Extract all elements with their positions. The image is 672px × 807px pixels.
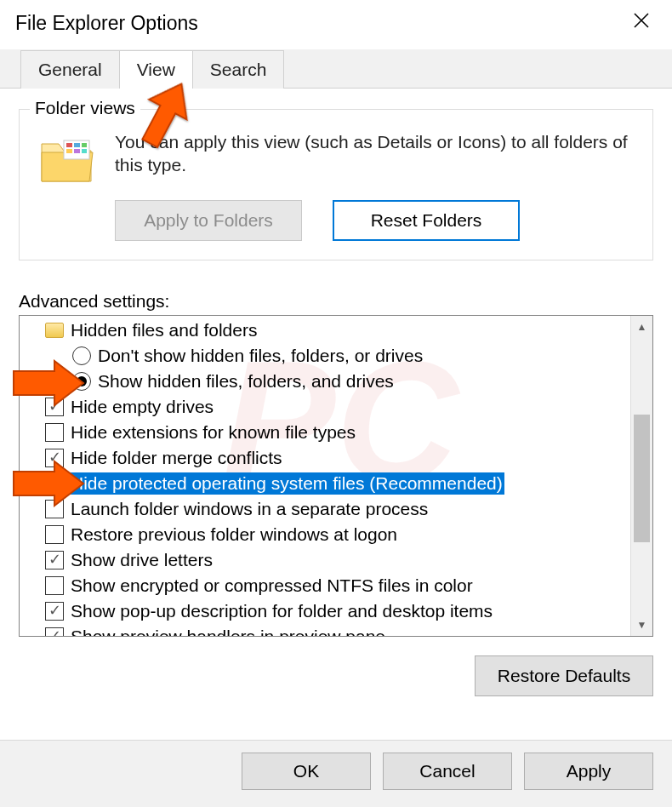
tab-search[interactable]: Search [192, 50, 285, 89]
list-item[interactable]: Hidden files and folders [25, 318, 630, 343]
list-item[interactable]: Show pop-up description for folder and d… [25, 598, 630, 624]
checkbox-control[interactable] [45, 500, 64, 518]
ok-button[interactable]: OK [242, 753, 371, 790]
close-icon[interactable] [626, 9, 657, 37]
dialog-buttons: OK Cancel Apply [0, 740, 672, 807]
apply-to-folders-label: Apply to Folders [144, 210, 273, 231]
list-content[interactable]: Hidden files and foldersDon't show hidde… [20, 316, 630, 636]
checkbox-control[interactable] [45, 602, 64, 621]
scroll-up-icon[interactable]: ▲ [631, 316, 652, 338]
list-item-label: Don't show hidden files, folders, or dri… [96, 345, 424, 367]
list-item-label: Show pop-up description for folder and d… [69, 600, 494, 622]
list-item-label: Restore previous folder windows at logon [69, 524, 399, 546]
svg-rect-4 [66, 149, 72, 153]
cancel-button[interactable]: Cancel [383, 753, 512, 790]
checkbox-control[interactable] [45, 576, 64, 595]
list-item-label: Launch folder windows in a separate proc… [69, 498, 430, 520]
scroll-thumb[interactable] [634, 415, 650, 542]
list-item[interactable]: Don't show hidden files, folders, or dri… [25, 343, 630, 369]
list-item-label: Show encrypted or compressed NTFS files … [69, 575, 475, 597]
folder-views-description: You can apply this view (such as Details… [115, 130, 634, 177]
scrollbar[interactable]: ▲ ▼ [630, 316, 652, 636]
svg-rect-1 [66, 143, 72, 147]
checkbox-control[interactable] [45, 449, 64, 467]
list-item[interactable]: Show encrypted or compressed NTFS files … [25, 573, 630, 598]
folder-views-buttons: Apply to Folders Reset Folders [115, 200, 634, 241]
list-item[interactable]: Hide empty drives [25, 394, 630, 420]
checkbox-control[interactable] [45, 525, 64, 544]
tab-body: Folder views You can apply this view (su… [0, 89, 672, 707]
list-item-label: Hide empty drives [69, 396, 215, 418]
tab-search-label: Search [210, 60, 267, 79]
svg-rect-2 [74, 143, 80, 147]
restore-defaults-label: Restore Defaults [498, 666, 630, 686]
list-item-label: Hide folder merge conflicts [69, 447, 284, 469]
folder-views-group: Folder views You can apply this view (su… [19, 109, 653, 260]
list-item[interactable]: Hide folder merge conflicts [25, 445, 630, 471]
apply-to-folders-button: Apply to Folders [115, 200, 302, 241]
apply-label: Apply [567, 761, 612, 781]
svg-rect-3 [82, 143, 87, 147]
list-item-label: Hidden files and folders [69, 319, 259, 341]
ok-label: OK [293, 761, 319, 781]
restore-row: Restore Defaults [19, 655, 653, 696]
list-item[interactable]: Show preview handlers in preview pane [25, 624, 630, 636]
tab-general[interactable]: General [20, 50, 120, 89]
tab-view[interactable]: View [119, 50, 193, 89]
folder-views-row: You can apply this view (such as Details… [38, 130, 634, 185]
list-item[interactable]: Hide extensions for known file types [25, 420, 630, 445]
tabstrip: General View Search [0, 49, 672, 89]
radio-control[interactable] [72, 372, 91, 391]
reset-folders-label: Reset Folders [371, 210, 482, 231]
tab-view-label: View [137, 60, 175, 79]
list-item[interactable]: Show drive letters [25, 547, 630, 573]
list-item[interactable]: Show hidden files, folders, and drives [25, 369, 630, 394]
list-item-label: Show hidden files, folders, and drives [96, 370, 396, 392]
checkbox-control[interactable] [45, 474, 64, 493]
list-item[interactable]: Hide protected operating system files (R… [25, 471, 630, 496]
list-item-label: Hide extensions for known file types [69, 421, 357, 444]
list-item-label: Hide protected operating system files (R… [69, 472, 504, 495]
checkbox-control[interactable] [45, 551, 64, 569]
advanced-settings-label: Advanced settings: [19, 291, 653, 312]
cancel-label: Cancel [419, 761, 475, 781]
apply-button[interactable]: Apply [524, 753, 653, 790]
restore-defaults-button[interactable]: Restore Defaults [475, 655, 653, 696]
checkbox-control[interactable] [45, 398, 64, 416]
scroll-down-icon[interactable]: ▼ [631, 614, 652, 636]
radio-control[interactable] [72, 346, 91, 365]
checkbox-control[interactable] [45, 423, 64, 442]
folder-views-legend: Folder views [30, 98, 140, 118]
folder-icon [38, 135, 96, 185]
reset-folders-button[interactable]: Reset Folders [333, 200, 520, 241]
tab-general-label: General [38, 60, 102, 79]
advanced-settings-list: Hidden files and foldersDon't show hidde… [19, 315, 653, 637]
svg-rect-5 [74, 149, 80, 153]
list-item-label: Show preview handlers in preview pane [69, 626, 387, 636]
titlebar: File Explorer Options [0, 0, 672, 49]
window-title: File Explorer Options [15, 12, 198, 35]
list-item-label: Show drive letters [69, 549, 214, 571]
list-item[interactable]: Launch folder windows in a separate proc… [25, 496, 630, 522]
folder-glyph-icon [45, 323, 64, 338]
checkbox-control[interactable] [45, 627, 64, 636]
list-item[interactable]: Restore previous folder windows at logon [25, 522, 630, 547]
svg-rect-6 [82, 149, 87, 153]
